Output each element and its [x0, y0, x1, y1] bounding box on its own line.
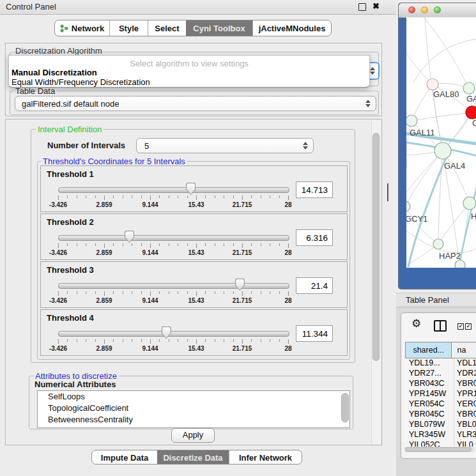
network-node-ga[interactable] [463, 82, 475, 94]
minimize-traffic-light[interactable] [421, 6, 428, 13]
network-edge[interactable] [411, 84, 433, 121]
tab-style[interactable]: Style [109, 20, 148, 36]
cell-name[interactable]: YDR2 [454, 369, 476, 379]
tab-cyni-toolbox[interactable]: Cyni Toolbox [186, 20, 252, 36]
network-node-gcy1[interactable] [406, 201, 410, 211]
network-edge[interactable] [411, 112, 472, 121]
algorithm-option-manual[interactable]: Manual Discretization [12, 68, 97, 77]
tab-jactivemnodules[interactable]: jActiveMNodules [252, 20, 331, 36]
threshold-2-value-field[interactable]: 6.316 [296, 229, 333, 246]
slider-tick [215, 339, 215, 342]
cell-name[interactable]: YER0 [454, 399, 476, 410]
threshold-2-slider-handle[interactable] [125, 231, 134, 243]
split-column-icon[interactable] [434, 320, 447, 332]
threshold-4-slider-track[interactable] [58, 331, 289, 337]
cell-shared-name[interactable]: YLR345W [405, 430, 454, 440]
threshold-4-value-field[interactable]: 11.344 [296, 325, 333, 342]
tab-infer-network[interactable]: Infer Network [229, 450, 302, 464]
gear-icon[interactable]: ⚙ [411, 317, 421, 330]
table-row[interactable]: YLR345WYLR3 [405, 430, 476, 440]
table-row[interactable]: YER054CYER0 [405, 399, 476, 410]
cell-name[interactable]: YBR0 [454, 410, 476, 420]
cell-name[interactable]: YPR1 [454, 389, 476, 399]
spinner-icon [365, 100, 371, 107]
column-header-shared-name[interactable]: shared... [405, 342, 452, 358]
checkbox-icon[interactable]: ✓ [457, 323, 464, 330]
cell-shared-name[interactable]: YBR043C [405, 379, 454, 389]
slider-tick [288, 243, 289, 248]
numerical-attributes-list[interactable]: SelfLoopsTopologicalCoefficientBetweenne… [37, 390, 350, 428]
cell-shared-name[interactable]: YIL052C [405, 440, 454, 447]
network-node-c[interactable] [466, 106, 476, 119]
checkbox-icon[interactable]: ✓ [465, 323, 472, 330]
slider-tick [215, 196, 215, 198]
table-row[interactable]: YPR145WYPR1 [405, 389, 476, 399]
zoom-traffic-light[interactable] [434, 6, 441, 13]
table-hscrollbar-thumb[interactable] [405, 447, 472, 452]
threshold-4-label: Threshold 4 [47, 313, 94, 323]
slider-tick [104, 291, 105, 296]
table-hscrollbar[interactable] [404, 447, 475, 452]
slider-tick [95, 339, 96, 342]
cell-shared-name[interactable]: YDR27... [405, 369, 454, 379]
close-icon[interactable]: ✖ [372, 1, 380, 11]
cell-name[interactable]: YLR3 [454, 430, 476, 440]
threshold-1-panel: Threshold 1 -3.4262.8599.14415.4321.7152… [40, 165, 348, 212]
table-row[interactable]: YDR27...YDR2 [405, 369, 476, 379]
cell-name[interactable]: YDL1 [454, 358, 476, 369]
cell-shared-name[interactable]: YDL19... [405, 358, 454, 369]
table-row[interactable]: YDL19...YDL1 [405, 358, 476, 369]
attribute-list-item[interactable]: BetweennessCentrality [38, 414, 349, 426]
threshold-3-slider-track[interactable] [58, 283, 289, 289]
attribute-list-item[interactable]: TopologicalCoefficient [38, 403, 349, 414]
tab-discretize-data[interactable]: Discretize Data [157, 450, 229, 464]
network-window-titlebar[interactable] [399, 3, 476, 18]
cell-name[interactable]: YIL0 [454, 440, 476, 447]
slider-tick [224, 339, 224, 342]
close-traffic-light[interactable] [408, 6, 415, 13]
threshold-1-slider-handle[interactable] [186, 183, 196, 195]
settings-scrollbar-thumb[interactable] [372, 133, 380, 361]
algorithm-placeholder-option[interactable]: Select algorithm to view settings [9, 59, 369, 68]
network-node-gal11[interactable] [406, 115, 417, 127]
cell-name[interactable]: YBR0 [454, 379, 476, 389]
threshold-1-value-field[interactable]: 14.713 [296, 181, 333, 198]
tab-impute-data[interactable]: Impute Data [92, 450, 157, 464]
tab-cyni-toolbox-label: Cyni Toolbox [193, 24, 245, 33]
cell-shared-name[interactable]: YBR045C [405, 410, 454, 420]
network-node-label: H [471, 211, 476, 221]
tab-network[interactable]: Network [55, 20, 109, 36]
network-node-gal4[interactable] [434, 142, 451, 159]
threshold-3-slider-handle[interactable] [235, 279, 245, 291]
threshold-4-slider-handle[interactable] [162, 326, 171, 339]
cell-name[interactable]: YBL0 [454, 420, 476, 430]
column-header-name[interactable]: na [452, 342, 476, 358]
table-row[interactable]: YBR043CYBR0 [405, 379, 476, 389]
split-pane-divider[interactable] [387, 183, 388, 201]
table-row[interactable]: YIL052CYIL0 [405, 440, 476, 447]
network-node-hap2[interactable] [433, 239, 443, 249]
cell-shared-name[interactable]: YBL079W [405, 420, 454, 430]
number-of-intervals-combo[interactable]: 5 [136, 138, 314, 153]
network-node-h[interactable] [463, 197, 476, 210]
attributes-scrollbar-thumb[interactable] [341, 393, 349, 422]
threshold-1-slider-track[interactable] [58, 187, 289, 193]
threshold-2-slider-track[interactable] [58, 235, 289, 241]
cell-shared-name[interactable]: YPR145W [405, 389, 454, 399]
apply-button[interactable]: Apply [171, 428, 215, 443]
threshold-3-value-field[interactable]: 21.4 [296, 277, 333, 294]
cell-shared-name[interactable]: YER054C [405, 399, 454, 410]
network-canvas[interactable]: GAL80GACGAL11GAL4HGCY1HAP2 [406, 17, 476, 268]
table-data-combo[interactable]: galFiltered.sif default node [15, 96, 376, 111]
table-row[interactable]: YBR045CYBR0 [405, 410, 476, 420]
float-icon[interactable] [358, 3, 366, 11]
network-node-gal80[interactable] [427, 79, 438, 90]
algorithm-option-equal-width[interactable]: Equal Width/Frequency Discretization [12, 77, 150, 87]
table-row[interactable]: YBL079WYBL0 [405, 420, 476, 430]
attribute-list-item[interactable]: SelfLoops [38, 391, 349, 403]
slider-tick-label: -3.426 [49, 297, 67, 304]
tab-select[interactable]: Select [148, 20, 186, 36]
slider-tick [141, 291, 142, 294]
network-node[interactable] [455, 260, 465, 268]
network-edge[interactable] [406, 206, 438, 244]
